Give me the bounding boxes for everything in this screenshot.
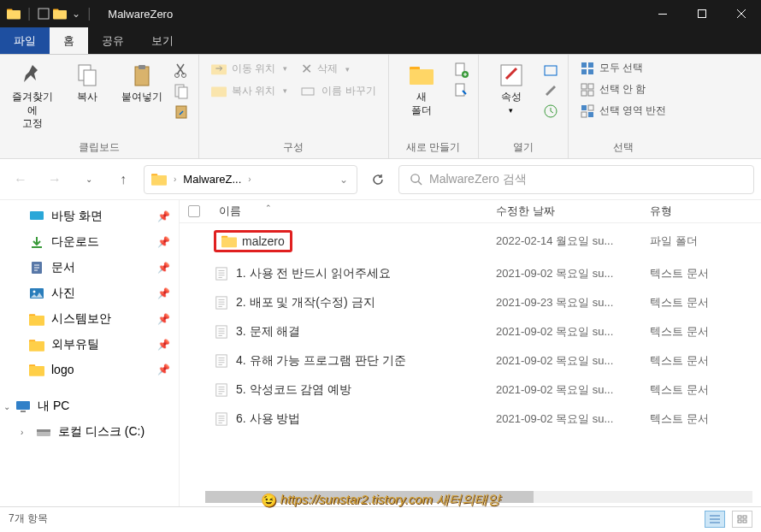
select-none-button[interactable]: 선택 안 함 bbox=[575, 80, 672, 99]
breadcrumb-segment[interactable]: MalwareZ... bbox=[183, 173, 241, 186]
button-label: 선택 안 함 bbox=[599, 82, 646, 97]
column-header-type[interactable]: 유형 bbox=[650, 204, 752, 219]
chevron-right-icon[interactable]: › bbox=[248, 174, 251, 184]
file-row[interactable]: malzero2022-02-14 월요일 su...파일 폴더 bbox=[180, 223, 761, 259]
expand-icon[interactable]: › bbox=[21, 428, 23, 437]
delete-button[interactable]: ✕ 삭제▾ bbox=[296, 58, 380, 80]
refresh-icon bbox=[371, 173, 385, 186]
new-item-icon[interactable] bbox=[452, 62, 469, 79]
chevron-down-icon[interactable]: ⌄ bbox=[339, 174, 348, 186]
group-label: 구성 bbox=[206, 139, 381, 157]
pin-icon: 📌 bbox=[157, 287, 170, 299]
cut-icon[interactable] bbox=[173, 62, 190, 79]
desktop-icon bbox=[29, 210, 44, 223]
svg-rect-67 bbox=[743, 520, 746, 523]
rename-button[interactable]: 이름 바꾸기 bbox=[296, 81, 380, 101]
paste-shortcut-icon[interactable] bbox=[173, 103, 190, 120]
move-to-icon bbox=[211, 61, 227, 76]
open-small-buttons bbox=[540, 58, 561, 123]
select-all-checkbox[interactable] bbox=[188, 204, 214, 219]
svg-rect-9 bbox=[135, 67, 149, 86]
file-row[interactable]: 1. 사용 전 반드시 읽어주세요2021-09-02 목요일 su...텍스트… bbox=[180, 259, 761, 288]
svg-rect-66 bbox=[738, 520, 741, 523]
navigation-pane[interactable]: 바탕 화면📌다운로드📌문서📌사진📌시스템보안📌외부유틸📌logo📌 ⌄ 내 PC… bbox=[0, 200, 180, 506]
copy-button[interactable]: 복사 bbox=[62, 58, 113, 108]
search-icon bbox=[410, 173, 422, 186]
item-count: 7개 항목 bbox=[9, 511, 48, 526]
up-button[interactable]: ↑ bbox=[109, 166, 137, 193]
tab-home[interactable]: 홈 bbox=[50, 27, 88, 54]
sidebar-item[interactable]: 사진📌 bbox=[0, 281, 179, 306]
tab-file[interactable]: 파일 bbox=[0, 27, 50, 54]
select-all-button[interactable]: 모두 선택 bbox=[575, 58, 672, 78]
expand-icon[interactable]: ⌄ bbox=[3, 402, 10, 411]
sidebar-item[interactable]: 바탕 화면📌 bbox=[0, 204, 179, 229]
history-icon[interactable] bbox=[542, 103, 559, 120]
new-folder-button[interactable]: 새 폴더 bbox=[396, 58, 447, 121]
sidebar-item[interactable]: 다운로드📌 bbox=[0, 229, 179, 255]
address-bar[interactable]: › MalwareZ... › ⌄ bbox=[144, 165, 357, 194]
copy-to-icon bbox=[211, 83, 227, 98]
easy-access-icon[interactable] bbox=[452, 82, 469, 99]
chevron-right-icon[interactable]: › bbox=[174, 174, 176, 184]
svg-rect-25 bbox=[545, 66, 557, 75]
close-button[interactable] bbox=[722, 0, 761, 27]
sidebar-item-local-disk[interactable]: › 로컬 디스크 (C:) bbox=[0, 419, 179, 445]
tab-share[interactable]: 공유 bbox=[88, 27, 138, 54]
file-name: 4. 유해 가능 프로그램 판단 기준 bbox=[236, 353, 406, 369]
edit-icon[interactable] bbox=[542, 82, 559, 99]
file-list[interactable]: malzero2022-02-14 월요일 su...파일 폴더1. 사용 전 … bbox=[180, 223, 761, 491]
checkbox-icon[interactable] bbox=[38, 8, 50, 20]
sidebar-item[interactable]: 문서📌 bbox=[0, 255, 179, 281]
move-to-button[interactable]: 이동 위치▾ bbox=[206, 58, 292, 79]
pc-icon bbox=[15, 399, 31, 413]
rename-icon bbox=[301, 86, 316, 98]
button-label: 속성 bbox=[501, 91, 522, 104]
properties-icon bbox=[498, 62, 525, 89]
forward-button[interactable]: → bbox=[41, 166, 68, 193]
minimize-button[interactable] bbox=[643, 0, 682, 27]
svg-rect-36 bbox=[588, 105, 593, 110]
column-header-date[interactable]: 수정한 날짜 bbox=[496, 204, 650, 219]
svg-rect-64 bbox=[738, 516, 741, 518]
properties-button[interactable]: 속성 ▾ bbox=[486, 58, 537, 118]
invert-selection-button[interactable]: 선택 영역 반전 bbox=[575, 101, 672, 121]
sidebar-item-this-pc[interactable]: ⌄ 내 PC bbox=[0, 393, 179, 419]
sidebar-item[interactable]: logo📌 bbox=[0, 358, 179, 381]
maximize-button[interactable] bbox=[682, 0, 722, 27]
sidebar-item[interactable]: 시스템보안📌 bbox=[0, 306, 179, 332]
pin-to-quickaccess-button[interactable]: 즐겨찾기에 고정 bbox=[7, 58, 58, 134]
recent-locations-button[interactable]: ⌄ bbox=[75, 166, 103, 193]
file-row[interactable]: 5. 악성코드 감염 예방2021-09-02 목요일 su...텍스트 문서 bbox=[180, 375, 761, 405]
horizontal-scrollbar[interactable] bbox=[205, 491, 752, 503]
file-row[interactable]: 4. 유해 가능 프로그램 판단 기준2021-09-02 목요일 su...텍… bbox=[180, 346, 761, 375]
column-header-name[interactable]: 이름⌃ bbox=[214, 204, 496, 219]
paste-button[interactable]: 붙여넣기 bbox=[116, 58, 168, 108]
open-icon[interactable] bbox=[542, 62, 559, 79]
svg-rect-4 bbox=[53, 10, 67, 19]
sidebar-item-label: 내 PC bbox=[38, 399, 69, 414]
search-box[interactable]: MalwareZero 검색 bbox=[398, 165, 754, 194]
text-file-icon bbox=[214, 296, 229, 310]
tab-view[interactable]: 보기 bbox=[138, 27, 187, 54]
refresh-button[interactable] bbox=[364, 166, 392, 193]
copy-path-icon[interactable] bbox=[173, 82, 190, 99]
text-file-icon bbox=[214, 354, 229, 368]
dropdown-arrow-icon[interactable]: ⌄ bbox=[72, 8, 80, 20]
text-file-icon bbox=[214, 325, 229, 339]
copy-to-button[interactable]: 복사 위치▾ bbox=[206, 80, 292, 101]
large-icons-view-button[interactable] bbox=[732, 511, 752, 528]
folder-icon[interactable] bbox=[53, 8, 67, 20]
new-folder-icon bbox=[408, 62, 435, 89]
svg-rect-2 bbox=[38, 9, 49, 19]
file-row[interactable]: 6. 사용 방법2021-09-02 목요일 su...텍스트 문서 bbox=[180, 405, 761, 434]
svg-rect-34 bbox=[588, 91, 593, 96]
file-row[interactable]: 2. 배포 및 개작(수정) 금지2021-09-23 목요일 su...텍스트… bbox=[180, 288, 761, 317]
back-button[interactable]: ← bbox=[7, 166, 34, 193]
ribbon-group-open: 속성 ▾ 열기 bbox=[479, 55, 569, 158]
sidebar-item[interactable]: 외부유틸📌 bbox=[0, 332, 179, 358]
details-view-button[interactable] bbox=[705, 511, 725, 528]
separator: | bbox=[87, 6, 91, 21]
scrollbar-thumb[interactable] bbox=[205, 491, 534, 503]
file-row[interactable]: 3. 문제 해결2021-09-02 목요일 su...텍스트 문서 bbox=[180, 317, 761, 346]
